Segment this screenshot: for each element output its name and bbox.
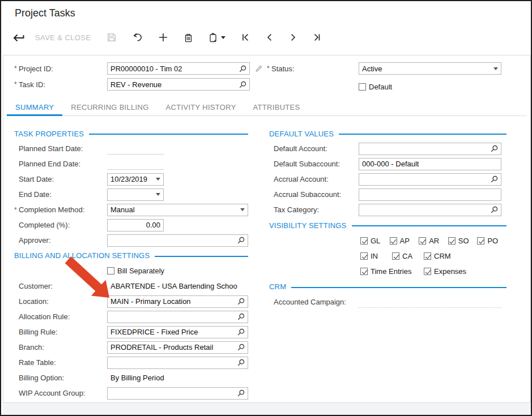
project-id-field[interactable]: PR00000010 - Tim 02	[107, 62, 250, 75]
lookup-icon[interactable]	[237, 344, 245, 351]
chevron-down-icon	[493, 67, 498, 70]
field-row: Tax Category:	[269, 202, 507, 217]
ca-checkbox[interactable]	[392, 252, 399, 260]
completed-pct-field[interactable]: 0.00	[107, 219, 164, 231]
save-icon[interactable]	[107, 33, 116, 42]
field-row: End Date:	[14, 187, 248, 202]
field-row: Billing Rule: FIXEDPRICE - Fixed Price	[14, 324, 248, 340]
tab-bar: SUMMARY RECURRING BILLING ACTIVITY HISTO…	[7, 99, 527, 116]
ap-checkbox[interactable]	[390, 237, 397, 245]
po-checkbox[interactable]	[477, 237, 484, 245]
completion-method-dropdown[interactable]: Manual	[107, 204, 248, 216]
allocation-rule-field[interactable]	[107, 311, 248, 323]
lookup-icon[interactable]	[237, 359, 245, 366]
lookup-icon[interactable]	[239, 65, 246, 72]
accrual-subaccount-field[interactable]	[359, 188, 501, 201]
section-default-values: DEFAULT VALUES	[269, 126, 507, 141]
branch-label: Branch:	[19, 343, 44, 351]
section-title: VISIBILITY SETTINGS	[269, 221, 347, 230]
delete-icon[interactable]	[184, 33, 193, 42]
tax-category-label: Tax Category:	[274, 205, 319, 214]
header-row-project-id: * Project ID: PR00000010 - Tim 02 * Stat…	[14, 62, 501, 75]
tax-category-field[interactable]	[359, 204, 501, 216]
ca-label: CA	[402, 252, 412, 260]
task-id-field[interactable]: REV - Revenue	[107, 78, 250, 91]
visibility-row-3: Time Entries Expenses	[269, 264, 507, 279]
tab-attributes[interactable]: ATTRIBUTES	[245, 99, 309, 115]
default-subaccount-field[interactable]: 000-000 - Default	[359, 158, 501, 170]
accounted-campaign-field	[359, 296, 501, 308]
start-date-label: Start Date:	[19, 175, 54, 183]
expenses-checkbox[interactable]	[424, 268, 431, 275]
back-arrow-icon[interactable]	[12, 33, 25, 42]
location-field[interactable]: MAIN - Primary Location	[107, 295, 248, 308]
lookup-icon[interactable]	[491, 145, 498, 152]
section-visibility-settings: VISIBILITY SETTINGS	[269, 217, 507, 233]
ap-label: AP	[400, 237, 410, 245]
default-checkbox[interactable]	[359, 83, 366, 91]
crm-checkbox[interactable]	[424, 252, 431, 260]
tab-recurring-billing[interactable]: RECURRING BILLING	[62, 99, 157, 115]
lookup-icon[interactable]	[237, 298, 245, 305]
allocation-rule-label: Allocation Rule:	[19, 312, 70, 321]
go-previous-icon[interactable]	[266, 33, 273, 41]
page-title: Project Tasks	[15, 7, 75, 19]
approver-field[interactable]	[107, 234, 248, 247]
lookup-icon[interactable]	[237, 328, 245, 336]
default-subaccount-label: Default Subaccount:	[274, 160, 340, 168]
section-title: TASK PROPERTIES	[14, 130, 84, 138]
branch-field[interactable]: PRODRETAIL - Products Retail	[107, 341, 248, 354]
time-entries-label: Time Entries	[371, 267, 411, 276]
end-date-label: End Date:	[19, 190, 52, 199]
lookup-icon[interactable]	[237, 313, 245, 320]
in-checkbox[interactable]	[360, 252, 368, 260]
time-entries-checkbox[interactable]	[360, 268, 368, 275]
lookup-icon[interactable]	[237, 389, 245, 397]
field-row: Default Account:	[269, 141, 507, 156]
go-first-icon[interactable]	[242, 33, 249, 41]
wip-account-group-field[interactable]	[107, 387, 248, 400]
section-rule	[89, 134, 248, 135]
field-row: Location: MAIN - Primary Location	[14, 294, 248, 309]
go-last-icon[interactable]	[313, 33, 321, 41]
planned-start-date-field	[107, 143, 164, 155]
tab-summary[interactable]: SUMMARY	[7, 99, 62, 115]
clipboard-icon[interactable]	[209, 33, 217, 42]
field-row: Approver:	[14, 233, 248, 248]
tab-activity-history[interactable]: ACTIVITY HISTORY	[158, 99, 245, 115]
billing-rule-field[interactable]: FIXEDPRICE - Fixed Price	[107, 326, 248, 338]
header-row-task-id: * Task ID: REV - Revenue	[14, 78, 250, 91]
planned-end-date-field	[107, 158, 164, 170]
edit-pencil-icon[interactable]	[255, 65, 263, 72]
chevron-down-icon	[156, 178, 160, 181]
customer-value: ABARTENDE - USA Bartending Schoo	[107, 282, 248, 290]
field-row: Billing Option: By Billing Period	[14, 370, 248, 385]
lookup-icon[interactable]	[237, 237, 245, 244]
section-rule	[291, 287, 507, 288]
status-dropdown[interactable]: Active	[359, 62, 501, 75]
so-checkbox[interactable]	[448, 237, 456, 245]
undo-icon[interactable]	[133, 33, 142, 42]
default-account-field[interactable]	[359, 143, 501, 155]
ar-checkbox[interactable]	[419, 237, 426, 245]
go-next-icon[interactable]	[290, 33, 297, 41]
required-marker: *	[14, 80, 19, 88]
billing-option-value: By Billing Period	[107, 374, 248, 382]
add-icon[interactable]	[159, 33, 168, 42]
rate-table-field[interactable]	[107, 357, 248, 369]
gl-checkbox[interactable]	[360, 237, 368, 245]
field-row: Allocation Rule:	[14, 309, 248, 324]
accrual-account-field[interactable]	[359, 173, 501, 186]
section-rule	[155, 256, 248, 257]
bill-separately-checkbox[interactable]	[107, 267, 114, 275]
start-date-field[interactable]: 10/23/2019	[107, 173, 164, 186]
lookup-icon[interactable]	[239, 81, 246, 88]
save-and-close-button[interactable]: SAVE & CLOSE	[35, 33, 91, 42]
clipboard-dropdown-caret-icon[interactable]	[221, 36, 225, 39]
lookup-icon[interactable]	[491, 206, 498, 213]
required-marker: *	[14, 206, 19, 214]
po-label: PO	[487, 237, 498, 245]
end-date-field[interactable]	[107, 188, 164, 201]
lookup-icon[interactable]	[491, 175, 498, 183]
accrual-account-label: Accrual Account:	[274, 175, 329, 183]
